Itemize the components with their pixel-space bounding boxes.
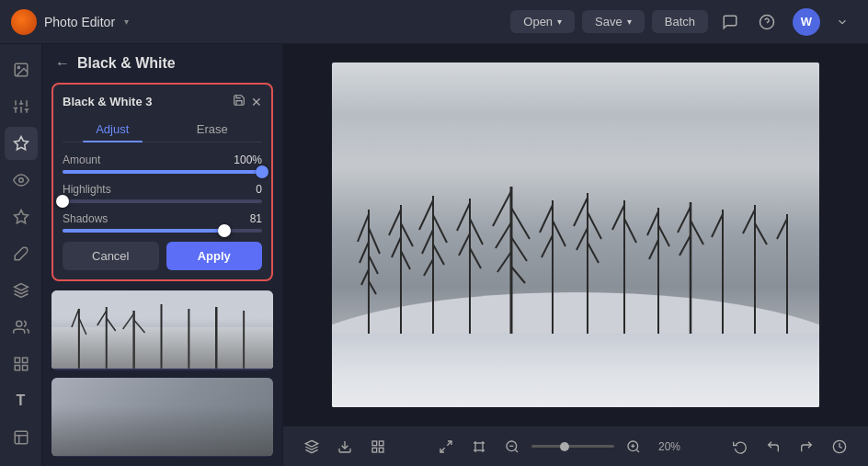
svg-line-54: [433, 215, 447, 243]
svg-line-49: [401, 223, 413, 246]
topbar: Photo Editor ▾ Open ▾ Save ▾ Batch W: [0, 0, 868, 44]
svg-line-96: [777, 219, 787, 239]
svg-line-103: [447, 441, 451, 446]
svg-line-94: [755, 223, 767, 244]
zoom-out-button[interactable]: [498, 433, 526, 460]
highlights-slider-row: Highlights 0: [63, 183, 262, 203]
crop-button[interactable]: [465, 433, 493, 460]
iconbar-brush[interactable]: [5, 237, 38, 270]
filter-panel-title: Black & White 3: [63, 95, 153, 108]
undo-button[interactable]: [760, 433, 787, 460]
zoom-in-button[interactable]: [620, 433, 647, 460]
app-title-chevron: ▾: [124, 17, 129, 27]
sidebar-header: ← Black & White: [42, 44, 282, 83]
shadows-thumb[interactable]: [218, 224, 231, 237]
iconbar-text[interactable]: T: [5, 384, 38, 417]
iconbar-template[interactable]: [5, 421, 38, 454]
user-avatar[interactable]: W: [793, 8, 820, 36]
shadows-fill: [63, 229, 224, 233]
filter-tabs: Adjust Erase: [63, 117, 262, 142]
filter-thumb-bw4[interactable]: Black & White 4: [51, 290, 273, 370]
shadows-track[interactable]: [63, 229, 262, 233]
grid-button[interactable]: [364, 433, 392, 460]
zoom-slider[interactable]: [531, 445, 614, 448]
filter-panel-header: Black & White 3 ✕: [63, 94, 262, 109]
save-button[interactable]: Save ▾: [582, 10, 645, 33]
iconbar-magic[interactable]: [5, 200, 38, 233]
iconbar-export[interactable]: [5, 347, 38, 381]
svg-marker-15: [14, 284, 28, 291]
svg-rect-101: [379, 448, 383, 452]
svg-line-109: [636, 449, 639, 452]
highlights-label: Highlights: [63, 183, 111, 196]
snow-ground: [332, 334, 819, 407]
layers-button[interactable]: [298, 433, 326, 460]
app-logo: [11, 9, 37, 35]
iconbar-eye[interactable]: [5, 164, 38, 197]
svg-line-59: [457, 203, 470, 231]
open-button[interactable]: Open ▾: [510, 10, 575, 33]
svg-line-41: [358, 214, 369, 242]
svg-line-89: [680, 235, 691, 256]
svg-line-44: [369, 256, 378, 274]
svg-line-85: [649, 240, 658, 259]
filter-save-button[interactable]: [233, 94, 246, 109]
canvas-area: 20%: [283, 44, 868, 466]
svg-line-48: [389, 210, 401, 235]
amount-thumb[interactable]: [256, 165, 268, 178]
history-button[interactable]: [826, 433, 853, 460]
iconbar-effects[interactable]: [5, 127, 38, 160]
iconbar-people[interactable]: [5, 311, 38, 344]
svg-line-61: [459, 233, 470, 256]
reset-button[interactable]: [726, 433, 754, 460]
iconbar-layers[interactable]: [5, 274, 38, 307]
svg-line-45: [361, 269, 369, 285]
amount-fill: [63, 170, 262, 174]
svg-line-43: [360, 242, 369, 263]
svg-line-67: [511, 237, 527, 261]
iconbar-image[interactable]: [5, 53, 38, 86]
export-bottom-button[interactable]: [331, 433, 359, 460]
svg-marker-13: [14, 137, 28, 150]
svg-line-78: [588, 243, 599, 263]
svg-line-31: [107, 318, 116, 331]
svg-line-91: [712, 214, 723, 237]
apply-button[interactable]: Apply: [166, 242, 263, 270]
iconbar-adjust[interactable]: [5, 90, 38, 123]
amount-track[interactable]: [63, 170, 262, 174]
filter-panel-actions: ✕: [233, 94, 262, 109]
highlights-value: 0: [256, 183, 262, 196]
filter-panel: Black & White 3 ✕ Adjust Erase: [51, 83, 273, 281]
redo-button[interactable]: [793, 433, 820, 460]
cancel-button[interactable]: Cancel: [63, 242, 159, 270]
highlights-thumb[interactable]: [56, 195, 69, 208]
back-button[interactable]: ←: [55, 55, 70, 72]
svg-marker-97: [305, 440, 317, 447]
svg-line-53: [419, 200, 433, 230]
tab-adjust[interactable]: Adjust: [63, 117, 163, 142]
highlights-track[interactable]: [63, 199, 262, 203]
filter-thumb-bw5-image: [51, 378, 273, 456]
svg-line-84: [658, 225, 669, 246]
tab-erase[interactable]: Erase: [163, 117, 263, 142]
toolbar-left: [298, 433, 392, 460]
batch-button[interactable]: Batch: [652, 10, 708, 33]
expand-button[interactable]: [432, 433, 460, 460]
svg-rect-99: [372, 441, 377, 446]
svg-line-77: [577, 228, 588, 250]
toolbar-center: 20%: [432, 433, 686, 460]
svg-line-76: [588, 212, 601, 239]
filter-thumb-bw5[interactable]: Black & White 5: [51, 378, 273, 458]
svg-line-81: [624, 219, 636, 243]
svg-line-46: [369, 281, 376, 294]
comment-button[interactable]: [715, 7, 745, 37]
svg-line-62: [470, 248, 481, 268]
topbar-chevron-button[interactable]: [828, 7, 857, 37]
help-button[interactable]: [752, 7, 782, 37]
svg-line-66: [496, 222, 511, 248]
photo-canvas[interactable]: [332, 63, 819, 407]
svg-rect-102: [372, 448, 377, 452]
filter-close-button[interactable]: ✕: [251, 95, 262, 109]
amount-label: Amount: [63, 153, 100, 166]
zoom-thumb[interactable]: [560, 442, 569, 451]
